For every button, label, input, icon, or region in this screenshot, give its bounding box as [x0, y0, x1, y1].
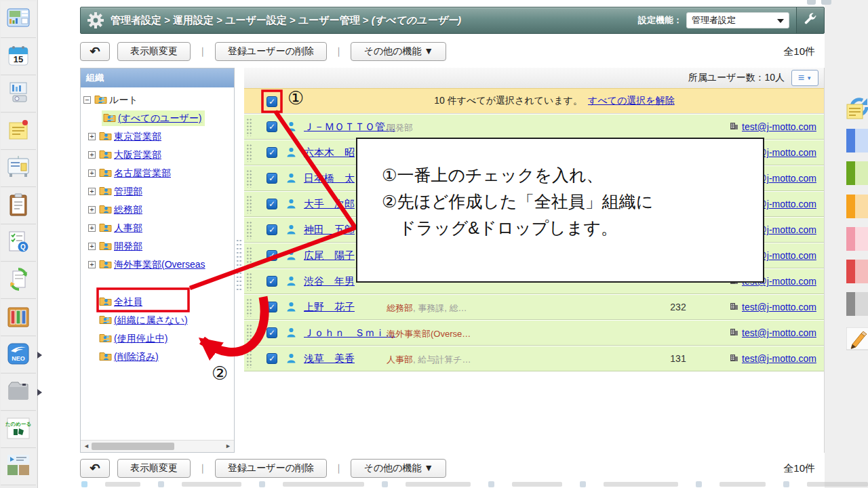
label-gray-icon[interactable]: [846, 292, 868, 316]
drag-handle-icon[interactable]: [246, 221, 252, 239]
user-name-link[interactable]: 広尾 陽子: [304, 249, 355, 262]
tree-item-大阪営業部[interactable]: +大阪営業部: [81, 146, 234, 164]
drag-handle-icon[interactable]: [246, 298, 252, 317]
email-link[interactable]: test@j-motto.com: [742, 302, 816, 312]
delete-users-button[interactable]: 登録ユーザーの削除: [215, 42, 327, 61]
row-checkbox[interactable]: ✓: [267, 250, 277, 261]
scroll-right-icon[interactable]: ►: [225, 443, 231, 450]
tree-item-(組織に属さない)[interactable]: (組織に属さない): [81, 311, 234, 329]
app-bulletin[interactable]: [1, 150, 36, 187]
app-survey[interactable]: Q: [1, 225, 36, 262]
tree-item-全社員[interactable]: 全社員: [81, 293, 234, 311]
row-checkbox[interactable]: ✓: [267, 224, 277, 235]
expand-icon[interactable]: +: [88, 261, 96, 268]
expand-icon[interactable]: +: [88, 133, 96, 140]
user-name-link[interactable]: 浅草 美香: [304, 352, 355, 365]
tree-item-管理部[interactable]: +管理部: [81, 182, 234, 201]
label-blue-icon[interactable]: [846, 129, 868, 152]
label-pink-icon[interactable]: [846, 227, 868, 251]
tree-item-ルート: −ルート: [81, 91, 234, 109]
expand-icon[interactable]: +: [88, 206, 96, 214]
drag-handle-icon[interactable]: [246, 195, 252, 214]
app-banner[interactable]: [1, 449, 36, 485]
drag-handle-icon[interactable]: [246, 169, 252, 188]
email-link[interactable]: test@j-motto.com: [742, 327, 816, 338]
app-workflow[interactable]: [1, 262, 36, 299]
settings-wrench-button[interactable]: [796, 7, 824, 33]
app-documents[interactable]: [1, 300, 36, 336]
delete-users-button[interactable]: 登録ユーザーの削除: [215, 459, 327, 478]
user-name-link[interactable]: 日本橋 太: [304, 172, 355, 185]
tree-item-東京営業部[interactable]: +東京営業部: [81, 127, 234, 146]
drag-handle-icon[interactable]: [246, 118, 252, 136]
other-functions-button[interactable]: その他の機能 ▼: [351, 459, 446, 478]
app-minutes[interactable]: [1, 188, 36, 224]
tree-item-名古屋営業部[interactable]: +名古屋営業部: [81, 164, 234, 182]
folder-flyout-arrow-icon[interactable]: [37, 389, 42, 396]
department-label: 海外事業部(Overse…: [387, 328, 471, 340]
app-calendar[interactable]: 15: [1, 39, 36, 75]
list-options-button[interactable]: ≡ ▼: [791, 70, 818, 86]
user-name-link[interactable]: 六本木 昭: [304, 146, 355, 159]
tree-item-人事部[interactable]: +人事部: [81, 219, 234, 237]
expand-icon[interactable]: +: [88, 243, 96, 250]
row-checkbox[interactable]: ✓: [267, 353, 277, 364]
panel-splitter[interactable]: [236, 239, 242, 293]
app-portal[interactable]: [1, 1, 36, 38]
label-orange-icon[interactable]: [846, 195, 868, 218]
user-name-link[interactable]: 上野 花子: [304, 301, 355, 314]
row-checkbox[interactable]: ✓: [267, 199, 277, 209]
user-name-link[interactable]: 渋谷 年男: [304, 275, 355, 288]
drag-handle-icon[interactable]: [246, 144, 252, 162]
change-display-order-button[interactable]: 表示順変更: [117, 42, 191, 61]
row-checkbox[interactable]: ✓: [267, 121, 277, 132]
expand-icon[interactable]: +: [88, 224, 96, 232]
neo-flyout-arrow-icon[interactable]: [37, 352, 42, 359]
user-name-link[interactable]: Ｊｏｈｎ Ｓｍｉ…: [304, 327, 395, 340]
edit-labels-pencil-icon[interactable]: [846, 327, 868, 353]
scroll-left-icon[interactable]: ◄: [83, 443, 90, 450]
tree-item-総務部[interactable]: +総務部: [81, 201, 234, 219]
drag-handle-icon[interactable]: [246, 350, 252, 368]
row-checkbox[interactable]: ✓: [267, 173, 277, 184]
email-link[interactable]: test@j-motto.com: [742, 121, 816, 132]
clear-selection-link[interactable]: すべての選択を解除: [588, 95, 675, 107]
app-neo[interactable]: NEO: [1, 337, 36, 373]
tree-item-(すべてのユーザー)[interactable]: (すべてのユーザー): [81, 109, 234, 127]
note-refresh-icon[interactable]: [842, 96, 868, 126]
tree-item-開発部[interactable]: +開発部: [81, 237, 234, 256]
select-all-checkbox[interactable]: ✓: [267, 96, 277, 107]
collapse-icon[interactable]: −: [83, 96, 91, 104]
cutoff-legend-strip: [81, 481, 825, 488]
email-link[interactable]: test@j-motto.com: [742, 353, 816, 364]
expand-icon[interactable]: +: [88, 151, 96, 159]
drag-handle-icon[interactable]: [246, 247, 252, 265]
drag-handle-icon[interactable]: [246, 324, 252, 342]
expand-icon[interactable]: +: [88, 169, 96, 177]
user-name-link[interactable]: Ｊ－ＭＯＴＴＯ管…: [304, 121, 395, 134]
feature-select[interactable]: 管理者設定: [686, 12, 789, 28]
user-name-link[interactable]: 大手 次郎: [304, 198, 355, 211]
row-checkbox[interactable]: ✓: [267, 147, 277, 158]
sidebar-horizontal-scrollbar[interactable]: ◄ ►: [81, 440, 234, 452]
label-green-icon[interactable]: [846, 161, 868, 185]
other-functions-button[interactable]: その他の機能 ▼: [351, 42, 446, 61]
app-equipment[interactable]: [1, 76, 36, 113]
drag-handle-icon[interactable]: [246, 272, 252, 291]
app-folder[interactable]: [1, 374, 36, 411]
tree-item-海外事業部(Overseas[interactable]: +海外事業部(Overseas: [81, 256, 234, 274]
app-tanomail[interactable]: たのめーる: [1, 411, 36, 448]
row-checkbox[interactable]: ✓: [267, 327, 277, 338]
back-button[interactable]: ↶: [80, 459, 110, 478]
scrollbar-thumb[interactable]: [92, 443, 174, 450]
expand-icon[interactable]: +: [88, 188, 96, 195]
label-red-icon[interactable]: [846, 260, 868, 283]
change-display-order-button[interactable]: 表示順変更: [117, 459, 191, 478]
row-checkbox[interactable]: ✓: [267, 302, 277, 312]
app-memo[interactable]: [1, 113, 36, 150]
row-checkbox[interactable]: ✓: [267, 276, 277, 287]
user-name-link[interactable]: 神田 五郎: [304, 224, 355, 237]
tree-item-(使用停止中)[interactable]: (使用停止中): [81, 329, 234, 348]
bottom-toolbar: ↶ 表示順変更 ｜ 登録ユーザーの削除 ｜ その他の機能 ▼ 全10件: [80, 458, 825, 479]
back-button[interactable]: ↶: [80, 42, 110, 61]
